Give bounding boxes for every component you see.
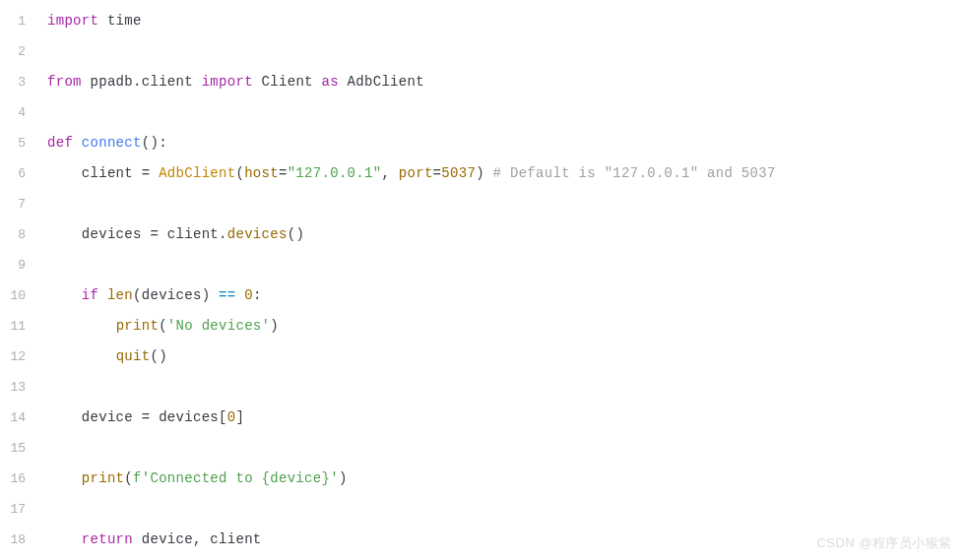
line-number: 16 (0, 464, 26, 494)
line-number: 11 (0, 311, 26, 342)
code-line-5[interactable]: def connect(): (47, 128, 964, 158)
line-number: 6 (0, 158, 26, 189)
code-line-1[interactable]: import time (47, 6, 964, 36)
line-number: 2 (0, 36, 26, 67)
line-number: 15 (0, 433, 26, 464)
line-number: 8 (0, 219, 26, 250)
line-number: 14 (0, 403, 26, 433)
code-line-14[interactable]: device = devices[0] (47, 403, 964, 433)
code-line-11[interactable]: print('No devices') (47, 311, 964, 342)
code-line-17[interactable] (47, 494, 964, 525)
line-number: 17 (0, 494, 26, 525)
code-line-16[interactable]: print(f'Connected to {device}') (47, 464, 964, 494)
line-number: 7 (0, 189, 26, 219)
code-line-9[interactable] (47, 250, 964, 280)
code-line-6[interactable]: client = AdbClient(host="127.0.0.1", por… (47, 158, 964, 189)
line-number: 13 (0, 372, 26, 403)
line-number: 12 (0, 342, 26, 372)
line-number: 1 (0, 6, 26, 36)
code-line-15[interactable] (47, 433, 964, 464)
code-line-10[interactable]: if len(devices) == 0: (47, 280, 964, 311)
code-editor: 1 2 3 4 5 6 7 8 9 10 11 12 13 14 15 16 1… (0, 0, 964, 560)
code-line-7[interactable] (47, 189, 964, 219)
line-number: 9 (0, 250, 26, 280)
line-number: 3 (0, 67, 26, 97)
line-number: 4 (0, 97, 26, 128)
code-content[interactable]: import time from ppadb.client import Cli… (37, 0, 964, 560)
code-line-3[interactable]: from ppadb.client import Client as AdbCl… (47, 67, 964, 97)
code-line-12[interactable]: quit() (47, 342, 964, 372)
code-line-8[interactable]: devices = client.devices() (47, 219, 964, 250)
code-line-2[interactable] (47, 36, 964, 67)
watermark: CSDN @程序员小猴紫 (816, 534, 952, 552)
code-line-13[interactable] (47, 372, 964, 403)
line-number-gutter: 1 2 3 4 5 6 7 8 9 10 11 12 13 14 15 16 1… (0, 0, 37, 560)
line-number: 5 (0, 128, 26, 158)
line-number: 18 (0, 525, 26, 555)
line-number: 10 (0, 280, 26, 311)
code-line-4[interactable] (47, 97, 964, 128)
